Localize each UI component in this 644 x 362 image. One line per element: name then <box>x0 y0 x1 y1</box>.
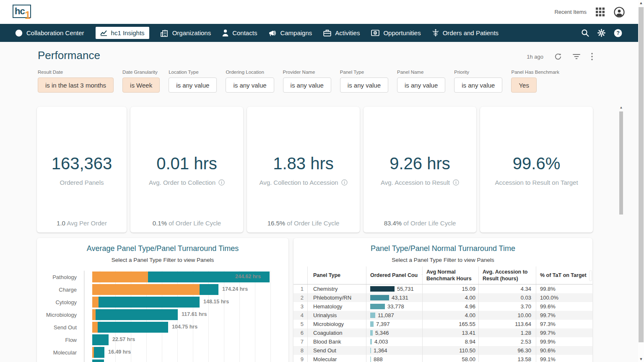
chart-bar-teal-segment[interactable] <box>96 309 178 320</box>
page-scrollbar-thumb[interactable] <box>639 7 644 342</box>
table-row-microbiology[interactable]: 5Microbiology7,397165.55113.6497.3% <box>293 320 592 328</box>
row-number: 6 <box>293 328 307 337</box>
chart-bar-teal-segment[interactable] <box>98 322 168 333</box>
table-header-ordered-panel-cou[interactable]: Ordered Panel Cou <box>366 266 422 284</box>
dashboard-scrollbar-thumb[interactable] <box>619 111 623 215</box>
table-row-blood-bank[interactable]: 7Blood Bank4,0038.942.5399.9% <box>293 337 592 346</box>
kpi-label: Avg. Accession to Result <box>364 179 476 186</box>
info-icon[interactable] <box>341 179 348 186</box>
chart-barwrap: 16.49 hrs <box>84 347 286 358</box>
user-avatar-icon[interactable] <box>614 7 625 18</box>
table-scrollbar-thumb[interactable] <box>589 271 592 281</box>
chart-title: Average Panel Type/Panel Turnaround Time… <box>37 238 288 253</box>
nav-item-organizations[interactable]: Organizations <box>161 29 211 37</box>
kpi-footnote: 83.4% of Order Life Cycle <box>364 220 476 227</box>
filter-chip-panel-name[interactable]: is any value <box>397 78 445 93</box>
filter-chip-location-type[interactable]: is any value <box>169 78 217 93</box>
help-icon[interactable]: ? <box>614 29 622 37</box>
filter-chip-priority[interactable]: is any value <box>454 78 502 93</box>
panel-type-cell: Send Out <box>307 346 366 355</box>
table-header-of-tat-on-target[interactable]: % of TaT on Target <box>536 266 592 284</box>
table-row-chemistry[interactable]: 1Chemistry55,73115.094.3499.8% <box>293 284 592 293</box>
megaphone-icon <box>268 29 276 37</box>
nav-item-campaigns[interactable]: Campaigns <box>268 29 312 37</box>
kpi-label-text: Accession to Result on Target <box>495 179 578 186</box>
table-header-row-number <box>293 266 307 284</box>
nav-item-hc1-insights[interactable]: hc1 Insights <box>96 27 149 39</box>
search-icon[interactable] <box>581 29 589 37</box>
chart-bar-orange-segment[interactable] <box>92 309 96 320</box>
filter-group-location-type: Location Typeis any value <box>169 70 217 93</box>
chart-bar-orange-segment[interactable] <box>92 272 148 282</box>
table-row-coagulation[interactable]: 6Coagulation5,34613.411.2899.7% <box>293 328 592 337</box>
nav-item-orders-and-patients[interactable]: Orders and Patients <box>432 29 499 37</box>
dashboard-scroll-up-icon[interactable]: ▲ <box>618 105 624 111</box>
kebab-menu-icon[interactable] <box>591 53 593 60</box>
table-row-phlebotomy-rn[interactable]: 2Phlebotomy/RN43,1314.000.03100.0% <box>293 293 592 302</box>
chart-value-label: 148.15 hrs <box>203 299 229 305</box>
row-number: 4 <box>293 311 307 320</box>
info-icon[interactable] <box>453 179 459 186</box>
chart-bar-orange-segment[interactable] <box>92 297 99 308</box>
page-scroll-up-icon[interactable]: ▲ <box>638 1 644 5</box>
recent-items-link[interactable]: Recent Items <box>554 9 587 15</box>
filter-icon[interactable] <box>573 54 580 59</box>
nav-item-opportunities[interactable]: Opportunities <box>371 29 421 36</box>
chart-bar-teal-segment[interactable] <box>200 284 218 295</box>
chart-rows: Pathology244.62 hrsCharge174.24 hrsCytol… <box>37 271 286 362</box>
ordered-count-cell: 1,364 <box>366 346 422 355</box>
hc1-logo[interactable]: hc 1 <box>13 5 31 18</box>
chart-barwrap: 174.24 hrs <box>84 284 286 295</box>
table-row-urinalysis[interactable]: 4Urinalysis11,0874.0010.0099.7% <box>293 311 592 320</box>
panel-type-cell: Phlebotomy/RN <box>307 293 366 302</box>
chart-bar-teal-segment[interactable] <box>99 297 200 308</box>
kpi-footnote-text: of Order Life Cycle <box>287 220 339 227</box>
accession-to-result-cell: 96.30 <box>478 346 536 355</box>
table-header-label: Avg Normal Benchmark Hours <box>426 269 478 282</box>
page-scroll-down-icon[interactable]: ▼ <box>638 357 644 361</box>
table-row-send-out[interactable]: 8Send Out1,364110.5096.3090.6% <box>293 346 592 355</box>
table-header-avg-normal-benchmark-hours[interactable]: Avg Normal Benchmark Hours <box>422 266 478 284</box>
chart-row-send-out: Send Out104.75 hrs <box>37 321 286 334</box>
filter-label: Ordering Location <box>226 70 274 75</box>
chart-value-label: 104.75 hrs <box>172 324 197 330</box>
count-value: 11,087 <box>378 312 394 318</box>
chart-bar-teal-segment[interactable] <box>94 347 104 358</box>
filter-group-provider-name: Provider Nameis any value <box>283 70 331 93</box>
gear-icon[interactable] <box>597 29 605 37</box>
chart-value-label: 244.62 hrs <box>235 274 261 279</box>
nav-item-activities[interactable]: Activities <box>323 29 360 36</box>
row-number: 3 <box>293 302 307 311</box>
refresh-icon[interactable] <box>554 53 562 60</box>
svg-text:?: ? <box>616 30 620 36</box>
table-row-molecular[interactable]: 9Molecular88858.0013.5899.1% <box>293 355 592 362</box>
filter-chip-ordering-location[interactable]: is any value <box>226 78 274 93</box>
tat-on-target-cell: 99.6% <box>536 302 592 311</box>
table-header-avg-accession-to-result-hours[interactable]: Avg. Accession to Result (hours) <box>478 266 536 284</box>
chart-bar-teal-segment[interactable] <box>92 359 104 362</box>
category-label: Molecular <box>37 349 84 356</box>
panel-type-cell: Blood Bank <box>307 337 366 346</box>
table-header-panel-type[interactable]: Panel Type <box>307 266 366 284</box>
filter-chip-panel-type[interactable]: is any value <box>340 78 388 93</box>
chart-bar-teal-segment[interactable] <box>92 334 109 345</box>
count-value: 5,346 <box>375 330 389 336</box>
chart-bar-orange-segment[interactable] <box>92 322 98 333</box>
table-subtitle: Select a Panel Type Filter to view Panel… <box>293 253 592 263</box>
building-icon <box>161 29 169 37</box>
filter-chip-date-granularity[interactable]: is Week <box>122 78 160 93</box>
app-grid-icon[interactable] <box>596 8 605 16</box>
filter-label: Panel Type <box>340 70 388 75</box>
kpi-label-text: Ordered Panels <box>60 179 104 186</box>
chart-bar-orange-segment[interactable] <box>92 284 200 295</box>
filter-chip-provider-name[interactable]: is any value <box>283 78 331 93</box>
nav-item-contacts[interactable]: Contacts <box>222 29 257 36</box>
panel-type-cell: Urinalysis <box>307 311 366 320</box>
chart-row-microbiology: Microbiology117.61 hrs <box>37 308 286 321</box>
filter-chip-panel-has-benchmark[interactable]: Yes <box>511 78 536 93</box>
info-icon[interactable] <box>218 179 225 186</box>
chart-row-molecular: Molecular16.49 hrs <box>37 346 286 359</box>
nav-item-collaboration-center[interactable]: Collaboration Center <box>15 29 84 37</box>
table-row-hematology[interactable]: 3Hematology33,7784.963.7099.6% <box>293 302 592 311</box>
filter-chip-result-date[interactable]: is in the last 3 months <box>38 78 114 93</box>
